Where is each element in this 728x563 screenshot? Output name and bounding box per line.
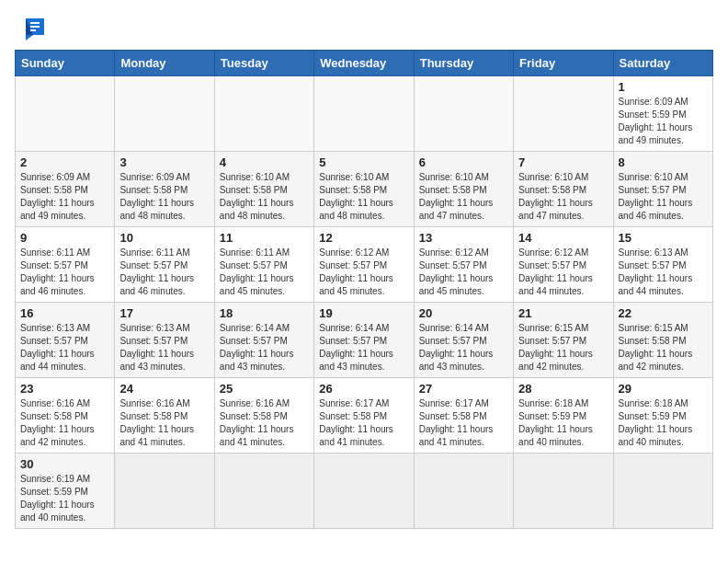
day-info: Sunrise: 6:19 AM Sunset: 5:59 PM Dayligh…	[20, 473, 109, 524]
calendar-day-cell	[214, 454, 313, 529]
day-number: 12	[319, 231, 408, 245]
day-info: Sunrise: 6:11 AM Sunset: 5:57 PM Dayligh…	[20, 247, 109, 298]
calendar-day-cell	[115, 76, 214, 152]
day-info: Sunrise: 6:18 AM Sunset: 5:59 PM Dayligh…	[619, 397, 708, 449]
calendar-day-cell: 23Sunrise: 6:16 AM Sunset: 5:58 PM Dayli…	[16, 378, 115, 454]
day-info: Sunrise: 6:10 AM Sunset: 5:58 PM Dayligh…	[518, 171, 608, 223]
calendar-day-cell: 10Sunrise: 6:11 AM Sunset: 5:57 PM Dayli…	[115, 227, 214, 303]
day-number: 25	[220, 382, 309, 396]
day-number: 9	[20, 231, 109, 245]
day-info: Sunrise: 6:09 AM Sunset: 5:59 PM Dayligh…	[619, 96, 708, 147]
calendar-week-row: 23Sunrise: 6:16 AM Sunset: 5:58 PM Dayli…	[16, 378, 713, 454]
calendar-day-cell	[214, 76, 313, 152]
calendar-day-cell: 12Sunrise: 6:12 AM Sunset: 5:57 PM Dayli…	[314, 227, 414, 303]
day-info: Sunrise: 6:17 AM Sunset: 5:58 PM Dayligh…	[419, 397, 508, 449]
calendar-day-cell: 4Sunrise: 6:10 AM Sunset: 5:58 PM Daylig…	[214, 152, 313, 227]
day-info: Sunrise: 6:13 AM Sunset: 5:57 PM Dayligh…	[20, 322, 109, 373]
day-number: 2	[20, 155, 109, 169]
calendar-day-cell: 16Sunrise: 6:13 AM Sunset: 5:57 PM Dayli…	[16, 303, 115, 378]
day-info: Sunrise: 6:16 AM Sunset: 5:58 PM Dayligh…	[20, 397, 109, 449]
calendar-week-row: 2Sunrise: 6:09 AM Sunset: 5:58 PM Daylig…	[16, 152, 713, 227]
calendar-day-cell: 22Sunrise: 6:15 AM Sunset: 5:58 PM Dayli…	[613, 303, 712, 378]
day-info: Sunrise: 6:12 AM Sunset: 5:57 PM Dayligh…	[319, 247, 408, 298]
day-number: 8	[619, 155, 708, 169]
calendar-day-cell: 2Sunrise: 6:09 AM Sunset: 5:58 PM Daylig…	[16, 152, 115, 227]
calendar-day-cell: 8Sunrise: 6:10 AM Sunset: 5:57 PM Daylig…	[613, 152, 712, 227]
calendar-day-cell: 21Sunrise: 6:15 AM Sunset: 5:57 PM Dayli…	[514, 303, 613, 378]
weekday-header-wednesday: Wednesday	[314, 51, 414, 76]
day-number: 13	[419, 231, 508, 245]
calendar-day-cell: 19Sunrise: 6:14 AM Sunset: 5:57 PM Dayli…	[314, 303, 414, 378]
day-number: 11	[220, 231, 309, 245]
day-number: 30	[20, 457, 109, 471]
day-number: 15	[619, 231, 708, 245]
calendar-day-cell: 30Sunrise: 6:19 AM Sunset: 5:59 PM Dayli…	[16, 454, 115, 529]
calendar-day-cell: 3Sunrise: 6:09 AM Sunset: 5:58 PM Daylig…	[115, 152, 214, 227]
calendar-day-cell: 17Sunrise: 6:13 AM Sunset: 5:57 PM Dayli…	[115, 303, 214, 378]
calendar-day-cell: 15Sunrise: 6:13 AM Sunset: 5:57 PM Dayli…	[613, 227, 712, 303]
day-number: 23	[20, 382, 109, 396]
calendar-day-cell: 29Sunrise: 6:18 AM Sunset: 5:59 PM Dayli…	[613, 378, 712, 454]
day-info: Sunrise: 6:10 AM Sunset: 5:58 PM Dayligh…	[319, 171, 408, 223]
day-info: Sunrise: 6:17 AM Sunset: 5:58 PM Dayligh…	[319, 397, 408, 449]
day-number: 29	[619, 382, 708, 396]
day-info: Sunrise: 6:11 AM Sunset: 5:57 PM Dayligh…	[220, 247, 309, 298]
calendar-day-cell: 24Sunrise: 6:16 AM Sunset: 5:58 PM Dayli…	[115, 378, 214, 454]
calendar-day-cell: 5Sunrise: 6:10 AM Sunset: 5:58 PM Daylig…	[314, 152, 414, 227]
weekday-header-tuesday: Tuesday	[214, 51, 313, 76]
calendar-day-cell	[115, 454, 214, 529]
calendar-week-row: 1Sunrise: 6:09 AM Sunset: 5:59 PM Daylig…	[16, 76, 713, 152]
calendar-day-cell: 11Sunrise: 6:11 AM Sunset: 5:57 PM Dayli…	[214, 227, 313, 303]
calendar-day-cell: 14Sunrise: 6:12 AM Sunset: 5:57 PM Dayli…	[514, 227, 613, 303]
svg-rect-4	[30, 29, 36, 31]
day-number: 7	[518, 155, 608, 169]
calendar-day-cell: 20Sunrise: 6:14 AM Sunset: 5:57 PM Dayli…	[414, 303, 513, 378]
calendar-day-cell: 28Sunrise: 6:18 AM Sunset: 5:59 PM Dayli…	[514, 378, 613, 454]
day-number: 4	[220, 155, 309, 169]
svg-rect-3	[30, 26, 40, 28]
day-number: 28	[518, 382, 608, 396]
day-number: 18	[220, 306, 309, 320]
weekday-header-friday: Friday	[514, 51, 613, 76]
calendar-day-cell: 25Sunrise: 6:16 AM Sunset: 5:58 PM Dayli…	[214, 378, 313, 454]
day-number: 3	[119, 155, 209, 169]
day-info: Sunrise: 6:09 AM Sunset: 5:58 PM Dayligh…	[20, 171, 109, 223]
day-info: Sunrise: 6:12 AM Sunset: 5:57 PM Dayligh…	[419, 247, 508, 298]
calendar-day-cell: 13Sunrise: 6:12 AM Sunset: 5:57 PM Dayli…	[414, 227, 513, 303]
weekday-header-sunday: Sunday	[16, 51, 115, 76]
day-info: Sunrise: 6:10 AM Sunset: 5:57 PM Dayligh…	[619, 171, 708, 223]
weekday-header-monday: Monday	[115, 51, 214, 76]
calendar-day-cell	[314, 76, 414, 152]
day-info: Sunrise: 6:16 AM Sunset: 5:58 PM Dayligh…	[119, 397, 209, 449]
day-number: 26	[319, 382, 408, 396]
calendar-day-cell	[514, 76, 613, 152]
day-info: Sunrise: 6:15 AM Sunset: 5:58 PM Dayligh…	[619, 322, 708, 373]
page-header	[15, 15, 713, 40]
calendar-day-cell: 6Sunrise: 6:10 AM Sunset: 5:58 PM Daylig…	[414, 152, 513, 227]
calendar-day-cell: 9Sunrise: 6:11 AM Sunset: 5:57 PM Daylig…	[16, 227, 115, 303]
day-info: Sunrise: 6:09 AM Sunset: 5:58 PM Dayligh…	[119, 171, 209, 223]
calendar-day-cell	[414, 454, 513, 529]
day-number: 17	[119, 306, 209, 320]
day-number: 16	[20, 306, 109, 320]
calendar-day-cell: 7Sunrise: 6:10 AM Sunset: 5:58 PM Daylig…	[514, 152, 613, 227]
calendar-day-cell: 18Sunrise: 6:14 AM Sunset: 5:57 PM Dayli…	[214, 303, 313, 378]
day-number: 24	[119, 382, 209, 396]
logo-area	[15, 15, 48, 40]
calendar-day-cell	[414, 76, 513, 152]
day-number: 6	[419, 155, 508, 169]
svg-rect-2	[30, 22, 40, 24]
day-info: Sunrise: 6:12 AM Sunset: 5:57 PM Dayligh…	[518, 247, 608, 298]
day-info: Sunrise: 6:18 AM Sunset: 5:59 PM Dayligh…	[518, 397, 608, 449]
calendar-week-row: 16Sunrise: 6:13 AM Sunset: 5:57 PM Dayli…	[16, 303, 713, 378]
day-number: 22	[619, 306, 708, 320]
weekday-header-row: SundayMondayTuesdayWednesdayThursdayFrid…	[16, 51, 713, 76]
weekday-header-saturday: Saturday	[613, 51, 712, 76]
calendar-day-cell	[314, 454, 414, 529]
day-info: Sunrise: 6:10 AM Sunset: 5:58 PM Dayligh…	[220, 171, 309, 223]
calendar-table: SundayMondayTuesdayWednesdayThursdayFrid…	[15, 50, 713, 529]
day-info: Sunrise: 6:10 AM Sunset: 5:58 PM Dayligh…	[419, 171, 508, 223]
day-info: Sunrise: 6:14 AM Sunset: 5:57 PM Dayligh…	[220, 322, 309, 373]
calendar-day-cell: 26Sunrise: 6:17 AM Sunset: 5:58 PM Dayli…	[314, 378, 414, 454]
day-info: Sunrise: 6:11 AM Sunset: 5:57 PM Dayligh…	[119, 247, 209, 298]
